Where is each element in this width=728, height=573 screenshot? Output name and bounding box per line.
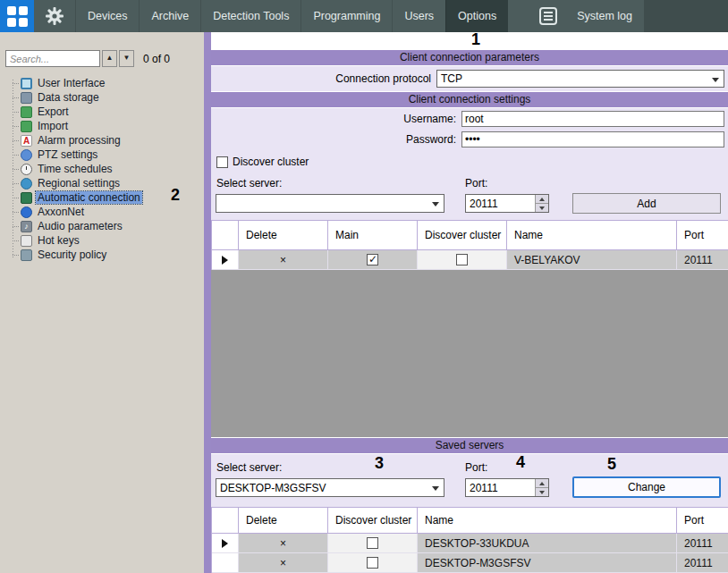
app-grid-button[interactable] (0, 0, 34, 32)
discover-checkbox[interactable] (456, 254, 468, 265)
saved-select-server-label: Select server: (216, 461, 282, 474)
automatic-connection-panel: Client connection parameters Connection … (211, 32, 728, 573)
discover-cell[interactable] (418, 250, 507, 270)
saved-port-stepper[interactable]: 20111 (465, 478, 549, 497)
port-stepper[interactable]: 20111 (465, 194, 549, 213)
ptz-icon (21, 149, 32, 161)
options-sidebar: ▲ ▼ 0 of 0 User Interface Data storage E… (0, 32, 204, 573)
app-window: Devices Archive Detection Tools Programm… (0, 0, 728, 573)
saved-servers-table: Delete Discover cluster Name Port × DESK… (211, 507, 728, 573)
settings-gear-button[interactable] (34, 0, 75, 32)
sidebar-item-time-schedules[interactable]: Time schedules (0, 162, 204, 176)
col-selector (212, 507, 239, 534)
saved-port-stepper-up[interactable] (536, 479, 548, 488)
port-stepper-up[interactable] (536, 195, 548, 204)
step-annotation-5: 5 (607, 455, 616, 474)
delete-cell[interactable]: × (239, 553, 328, 573)
sidebar-item-label: Automatic connection (36, 191, 142, 204)
sidebar-item-label: PTZ settings (36, 148, 99, 161)
document-list-icon (538, 6, 558, 26)
discover-checkbox[interactable] (367, 557, 378, 569)
sidebar-item-axxonnet[interactable]: AxxonNet (0, 205, 204, 219)
search-result-count: 0 of 0 (143, 53, 170, 65)
connection-protocol-value: TCP (441, 72, 462, 85)
sidebar-item-user-interface[interactable]: User Interface (0, 76, 204, 90)
menu-item-users[interactable]: Users (392, 0, 445, 32)
step-annotation-1: 1 (471, 30, 480, 49)
password-field[interactable] (461, 131, 724, 147)
col-delete: Delete (239, 507, 328, 534)
connection-icon (21, 192, 32, 204)
sidebar-item-import[interactable]: Import (0, 119, 204, 133)
delete-cell[interactable]: × (239, 250, 328, 270)
port-cell[interactable]: 20111 (677, 534, 728, 553)
select-server-dropdown[interactable] (216, 194, 444, 213)
name-cell[interactable]: DESKTOP-33UKDUA (418, 534, 677, 553)
search-next-button[interactable]: ▼ (119, 50, 134, 67)
sidebar-item-ptz-settings[interactable]: PTZ settings (0, 147, 204, 162)
section-header-client-connection-parameters: Client connection parameters (211, 49, 728, 66)
sidebar-item-alarm-processing[interactable]: Alarm processing (0, 133, 204, 147)
discover-cluster-checkbox[interactable] (216, 156, 228, 168)
menu-item-detection-tools[interactable]: Detection Tools (200, 0, 301, 32)
menu-item-archive[interactable]: Archive (139, 0, 200, 32)
delete-cell[interactable]: × (239, 534, 328, 553)
row-selector-cell[interactable] (212, 553, 239, 573)
sidebar-item-export[interactable]: Export (0, 105, 204, 119)
sidebar-item-hot-keys[interactable]: Hot keys (0, 233, 204, 248)
col-port: Port (677, 220, 728, 250)
alarm-icon (21, 135, 32, 147)
servers-table: Delete Main Discover cluster Name Port ×… (211, 220, 728, 270)
sidebar-item-label: Regional settings (36, 177, 122, 190)
row-selector-icon (222, 539, 228, 548)
row-selector-cell[interactable] (212, 534, 239, 553)
port-cell[interactable]: 20111 (677, 250, 728, 270)
name-cell[interactable]: DESKTOP-M3GSFSV (418, 553, 677, 573)
discover-checkbox[interactable] (367, 537, 378, 549)
sidebar-item-audio-parameters[interactable]: Audio parameters (0, 219, 204, 233)
panel-divider (204, 32, 211, 573)
add-server-section: Discover cluster Select server: Port: 20… (211, 150, 728, 220)
change-button[interactable]: Change (572, 476, 721, 498)
username-label: Username: (211, 113, 461, 125)
section-header-saved-servers: Saved servers (211, 437, 728, 454)
audio-icon (21, 221, 32, 232)
menu-item-system-log[interactable]: System log (565, 0, 644, 32)
sidebar-search-row: ▲ ▼ 0 of 0 (0, 32, 204, 71)
col-selector (212, 220, 239, 250)
delete-x-icon: × (280, 537, 286, 550)
saved-port-label: Port: (465, 461, 487, 474)
saved-select-server-dropdown[interactable]: DESKTOP-M3GSFSV (216, 478, 444, 497)
port-stepper-down[interactable] (536, 204, 548, 212)
col-main: Main (328, 220, 418, 250)
monitor-icon (21, 78, 32, 89)
username-field[interactable] (461, 111, 724, 127)
storage-icon (21, 92, 32, 104)
sidebar-item-label: Security policy (36, 249, 108, 261)
menu-item-programming[interactable]: Programming (301, 0, 392, 32)
saved-port-stepper-down[interactable] (536, 488, 548, 496)
import-icon (21, 121, 32, 132)
sidebar-item-label: Time schedules (36, 163, 114, 175)
col-name: Name (507, 220, 677, 250)
discover-cell[interactable] (328, 553, 418, 573)
menu-item-options[interactable]: Options (445, 0, 508, 32)
main-checkbox[interactable] (367, 254, 378, 265)
connection-protocol-dropdown[interactable]: TCP (436, 70, 724, 88)
add-button[interactable]: Add (572, 193, 721, 214)
sidebar-item-security-policy[interactable]: Security policy (0, 248, 204, 262)
discover-cell[interactable] (328, 534, 418, 553)
search-prev-button[interactable]: ▲ (102, 50, 117, 67)
name-cell[interactable]: V-BELYAKOV (507, 250, 677, 270)
section-header-client-connection-settings: Client connection settings (211, 91, 728, 108)
sidebar-item-data-storage[interactable]: Data storage (0, 90, 204, 105)
sidebar-item-label: User Interface (36, 77, 106, 89)
port-cell[interactable]: 20111 (677, 553, 728, 573)
menu-item-devices[interactable]: Devices (75, 0, 139, 32)
row-selector-cell[interactable] (212, 250, 239, 270)
sidebar-item-label: AxxonNet (36, 206, 86, 218)
search-input[interactable] (5, 50, 100, 67)
system-log-button[interactable] (531, 0, 565, 32)
main-cell[interactable] (328, 250, 418, 270)
discover-cluster-option[interactable]: Discover cluster (216, 156, 309, 168)
